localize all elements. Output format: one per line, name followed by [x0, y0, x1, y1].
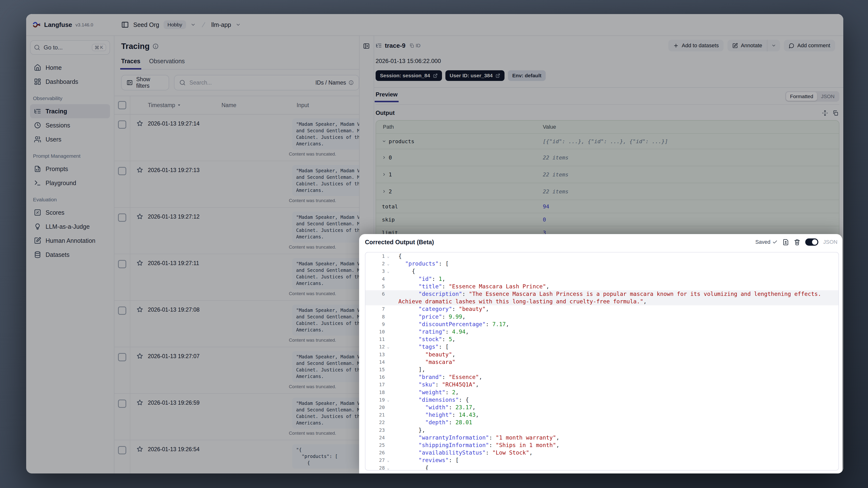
editor-line: 21 "height": 14.43,	[365, 411, 838, 419]
editor-line: 11 "stock": 5,	[365, 336, 838, 343]
editor-line: 1⌄{	[365, 252, 838, 260]
editor-line: 22 "depth": 28.01	[365, 419, 838, 426]
fold-spacer	[385, 389, 392, 396]
editor-line: 9 "discountPercentage": 7.17,	[365, 321, 838, 328]
editor-gutter: 14	[365, 358, 393, 366]
editor-code: "width": 23.17,	[393, 404, 838, 411]
editor-code: "beauty",	[393, 351, 838, 358]
editor-code: "rating": 4.94,	[393, 328, 838, 336]
fold-spacer	[385, 449, 392, 457]
trash-icon[interactable]	[794, 239, 800, 245]
line-number: 28	[365, 464, 385, 470]
line-number: 12	[365, 343, 385, 350]
editor-gutter: 20	[365, 404, 393, 411]
editor-line: 13 "beauty",	[365, 351, 838, 358]
file-diff-icon[interactable]	[782, 239, 789, 245]
fold-toggle-icon[interactable]: ⌄	[385, 343, 392, 350]
editor-gutter: 2⌄	[365, 260, 393, 268]
line-number: 14	[365, 358, 385, 366]
fold-toggle-icon[interactable]: ⌄	[385, 396, 392, 404]
line-number: 10	[365, 328, 385, 336]
editor-code: "availabilityStatus": "Low Stock",	[393, 449, 838, 457]
editor-code: "title": "Essence Mascara Lash Prince",	[393, 283, 838, 290]
editor-code: {	[393, 464, 838, 470]
editor-line: 14 "mascara"	[365, 358, 838, 366]
editor-gutter: 9	[365, 321, 393, 328]
editor-code: "description": "The Essence Mascara Lash…	[393, 290, 838, 305]
editor-line: 10 "rating": 4.94,	[365, 328, 838, 336]
line-number: 13	[365, 351, 385, 358]
langfuse-app-window: Langfuse v3.146.0 Seed Org Hobby llm-app…	[26, 14, 843, 474]
editor-code: "sku": "RCH45Q1A",	[393, 381, 838, 389]
line-number: 24	[365, 434, 385, 441]
corrected-output-panel: Corrected Output (Beta) Saved JSON 1⌄{2⌄…	[359, 234, 842, 474]
fold-spacer	[385, 419, 392, 426]
editor-code: "tags": [	[393, 343, 838, 350]
editor-gutter: 1⌄	[365, 252, 393, 260]
editor-gutter: 12⌄	[365, 343, 393, 350]
editor-line: 12⌄ "tags": [	[365, 343, 838, 350]
fold-toggle-icon[interactable]: ⌄	[385, 464, 392, 470]
fold-spacer	[385, 290, 392, 305]
editor-gutter: 8	[365, 313, 393, 321]
editor-code: "price": 9.99,	[393, 313, 838, 321]
editor-code: {	[393, 268, 838, 275]
editor-code: "depth": 28.01	[393, 419, 838, 426]
editor-code: "mascara"	[393, 358, 838, 366]
editor-line: 15 ],	[365, 366, 838, 373]
fold-toggle-icon[interactable]: ⌄	[385, 457, 392, 464]
line-number: 16	[365, 373, 385, 381]
editor-code: "height": 14.43,	[393, 411, 838, 419]
fold-toggle-icon[interactable]: ⌄	[385, 260, 392, 268]
json-editor[interactable]: 1⌄{2⌄ "products": [3⌄ {4 "id": 1,5 "titl…	[365, 252, 839, 470]
editor-line: 25 "shippingInformation": "Ships in 1 mo…	[365, 441, 838, 449]
editor-gutter: 26	[365, 449, 393, 457]
editor-code: "stock": 5,	[393, 336, 838, 343]
editor-line: 27⌄ "reviews": [	[365, 457, 838, 464]
editor-line: 4 "id": 1,	[365, 275, 838, 283]
editor-code: },	[393, 426, 838, 434]
fold-toggle-icon[interactable]: ⌄	[385, 252, 392, 260]
line-number: 19	[365, 396, 385, 404]
line-number: 8	[365, 313, 385, 321]
line-number: 23	[365, 426, 385, 434]
editor-gutter: 3⌄	[365, 268, 393, 275]
editor-gutter: 11	[365, 336, 393, 343]
editor-code: {	[393, 252, 838, 260]
editor-line: 23 },	[365, 426, 838, 434]
line-number: 17	[365, 381, 385, 389]
editor-line: 20 "width": 23.17,	[365, 404, 838, 411]
editor-line: 2⌄ "products": [	[365, 260, 838, 268]
line-number: 27	[365, 457, 385, 464]
line-number: 3	[365, 268, 385, 275]
fold-spacer	[385, 441, 392, 449]
editor-gutter: 28⌄	[365, 464, 393, 470]
line-number: 11	[365, 336, 385, 343]
editor-gutter: 21	[365, 411, 393, 419]
editor-gutter: 7	[365, 305, 393, 313]
editor-line: 8 "price": 9.99,	[365, 313, 838, 321]
desktop: Langfuse v3.146.0 Seed Org Hobby llm-app…	[0, 0, 868, 488]
editor-gutter: 5	[365, 283, 393, 290]
editor-gutter: 27⌄	[365, 457, 393, 464]
editor-gutter: 15	[365, 366, 393, 373]
saved-status: Saved	[755, 239, 778, 245]
editor-code: "reviews": [	[393, 457, 838, 464]
editor-code: "discountPercentage": 7.17,	[393, 321, 838, 328]
editor-line: 7 "category": "beauty",	[365, 305, 838, 313]
editor-code: ],	[393, 366, 838, 373]
editor-code: "dimensions": {	[393, 396, 838, 404]
fold-toggle-icon[interactable]: ⌄	[385, 268, 392, 275]
editor-gutter: 16	[365, 373, 393, 381]
editor-gutter: 4	[365, 275, 393, 283]
json-toggle-label: JSON	[823, 239, 837, 245]
line-number: 18	[365, 389, 385, 396]
line-number: 6	[365, 290, 385, 305]
editor-gutter: 25	[365, 441, 393, 449]
corrected-output-title: Corrected Output (Beta)	[365, 239, 434, 246]
line-number: 25	[365, 441, 385, 449]
line-number: 20	[365, 404, 385, 411]
editor-gutter: 17	[365, 381, 393, 389]
editor-gutter: 10	[365, 328, 393, 336]
json-toggle[interactable]	[805, 238, 818, 246]
